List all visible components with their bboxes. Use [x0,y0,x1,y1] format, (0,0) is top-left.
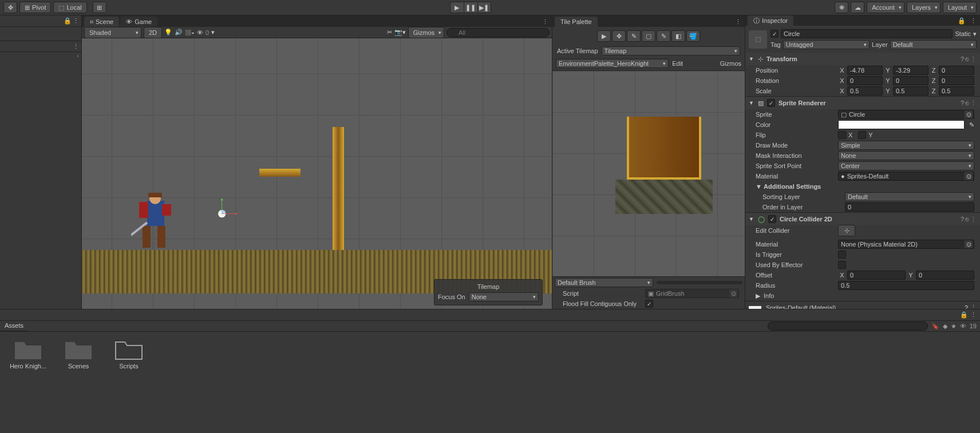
static-dropdown-icon[interactable]: ▾ [973,30,977,38]
gameobject-icon[interactable]: ⬚ [749,30,767,49]
menu-icon[interactable]: ⋮ [970,304,977,309]
picker-tool-icon[interactable]: ✎ [657,30,670,42]
hidden-icon[interactable]: 👁 [197,29,203,36]
grid-snap-icon[interactable]: ⊞ [93,2,106,13]
rot-y-input[interactable] [893,76,928,85]
transform-gizmo[interactable] [218,210,241,233]
menu-icon[interactable]: ⋮ [967,16,980,26]
scl-x-input[interactable] [847,86,883,96]
preset-icon[interactable]: ⎋ [965,216,969,223]
draw-mode-dropdown[interactable]: Simple [838,141,974,150]
menu-icon[interactable]: ⋮ [732,17,745,27]
gizmos-label[interactable]: Gizmos [720,60,741,67]
physics-material-field[interactable]: None (Physics Material 2D) [838,240,974,249]
menu-icon[interactable]: ⋮ [73,17,79,25]
fill-tool-icon[interactable]: 🪣 [686,30,700,42]
tab-tile-palette[interactable]: Tile Palette [555,17,598,27]
pos-x-input[interactable] [847,66,883,75]
tab-game[interactable]: 👁Game [120,17,157,27]
menu-icon[interactable]: ⋮ [970,311,977,319]
offset-x-input[interactable] [847,271,906,280]
brush-slider[interactable] [657,281,742,284]
edit-collider-button[interactable]: ⊹ [838,225,855,236]
menu-icon[interactable]: ⋮ [970,216,977,223]
lock-icon[interactable]: 🔒 [64,17,72,25]
select-tool-icon[interactable]: ▶ [597,30,611,42]
tag-dropdown[interactable]: Untagged [783,40,870,49]
focus-dropdown[interactable]: None [469,292,539,301]
palette-dropdown[interactable]: EnvironmentPalette_HeroKnight [556,59,669,68]
step-button[interactable]: ▶❚ [477,2,491,13]
foldout-icon[interactable]: ▶ [756,292,761,300]
layer-dropdown[interactable]: Default [890,40,977,49]
menu-icon[interactable]: ⋮ [73,43,79,50]
help-icon[interactable]: ? [965,304,968,309]
chevron-right-icon[interactable]: › [77,52,79,59]
menu-icon[interactable]: ⋮ [539,17,552,27]
sorting-layer-dropdown[interactable]: Default [845,192,974,201]
filter-icon[interactable]: 🔖 [931,323,939,330]
material-field[interactable]: ●Sprites-Default [838,172,974,181]
edit-button[interactable]: Edit [672,60,683,67]
pause-button[interactable]: ❚❚ [464,2,477,13]
folder-scripts[interactable]: Scripts [110,337,148,370]
light-icon[interactable]: 💡 [164,29,172,36]
pos-z-input[interactable] [939,66,974,75]
gizmos-dropdown[interactable]: Gizmos [408,27,444,38]
flip-x-checkbox[interactable] [838,131,846,139]
assets-tab[interactable]: Assets [0,321,28,331]
shading-dropdown[interactable]: Shaded [84,27,141,38]
lock-icon[interactable]: 🔒 [957,16,967,26]
scl-z-input[interactable] [939,86,974,96]
layout-dropdown[interactable]: Layout [943,2,977,13]
play-button[interactable]: ▶ [450,2,464,13]
preset-icon[interactable]: ⎋ [965,55,969,63]
audio-icon[interactable]: 🔊 [175,29,183,36]
tab-inspector[interactable]: ⓘInspector [748,15,793,26]
project-search[interactable] [768,321,928,331]
mask-dropdown[interactable]: None [838,151,974,160]
eyedropper-icon[interactable]: ✎ [969,121,974,129]
pos-y-input[interactable] [893,66,928,75]
box-tool-icon[interactable]: ▢ [642,30,655,42]
scl-y-input[interactable] [893,86,928,96]
collab-icon[interactable]: ❋ [835,2,848,13]
fx-dropdown-icon[interactable]: ⛆▾ [185,29,195,36]
camera-dropdown-icon[interactable]: ▾ [211,29,215,36]
active-tilemap-dropdown[interactable]: Tilemap [602,46,740,55]
rot-z-input[interactable] [939,76,974,85]
sprite-field[interactable]: ▢Circle [838,110,974,119]
lock-icon[interactable]: 🔒 [960,311,968,319]
help-icon[interactable]: ? [961,55,964,63]
preset-icon[interactable]: ⎋ [965,100,969,107]
tab-scene[interactable]: ⌗Scene [84,17,119,27]
cloud-icon[interactable]: ☁ [851,2,864,13]
flood-fill-checkbox[interactable] [645,300,653,308]
account-dropdown[interactable]: Account [867,2,904,13]
trigger-checkbox[interactable] [838,251,846,259]
foldout-icon[interactable]: ▼ [749,216,754,222]
brush-dropdown[interactable]: Default Brush [555,278,653,287]
eraser-tool-icon[interactable]: ◧ [671,30,685,42]
tools-icon[interactable]: ✂ [387,29,392,36]
offset-y-input[interactable] [916,271,974,280]
foldout-icon[interactable]: ▼ [749,56,754,62]
script-field[interactable]: ▣GridBrush [645,289,739,298]
component-enabled-checkbox[interactable] [767,99,775,107]
component-enabled-checkbox[interactable] [768,215,776,223]
tile-palette-viewport[interactable] [552,71,745,276]
color-field[interactable] [838,120,965,129]
folder-hero-knight[interactable]: Hero Knigh... [9,337,47,370]
help-icon[interactable]: ? [961,216,964,223]
layers-dropdown[interactable]: Layers [907,2,941,13]
menu-icon[interactable]: ⋮ [970,55,977,63]
hand-tool-icon[interactable]: ✥ [3,2,17,13]
rot-x-input[interactable] [847,76,883,85]
hidden-icon[interactable]: 👁 [960,323,966,330]
scene-viewport[interactable]: Tilemap Focus On None [82,38,552,309]
camera-icon[interactable]: 📷▾ [394,29,406,36]
foldout-icon[interactable]: ▼ [756,183,761,190]
object-name-input[interactable] [781,29,953,38]
star-icon[interactable]: ★ [951,323,957,330]
radius-input[interactable] [838,281,974,290]
